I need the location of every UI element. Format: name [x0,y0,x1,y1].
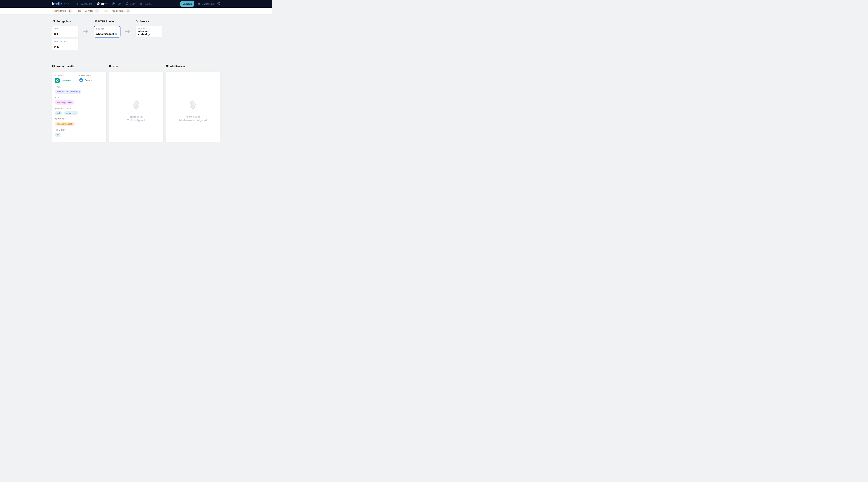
version-label: 3.3.6 [64,3,69,5]
traefik-logo[interactable]: træfik [52,2,62,6]
entrypoints-column: WEB :80 WEBSECURE :443 [52,26,79,50]
routers-count-badge: 3 [68,9,72,13]
provider-label: PROVIDER [79,74,104,77]
nav-item-tcp[interactable]: TCP [112,2,121,5]
flow-arrow [121,30,135,33]
check-circle-icon [55,78,60,83]
empty-line2: Middlewares configured [179,119,207,122]
details-section-headers: Router Details TLS Middlewares [52,65,220,68]
top-navbar: træfik 3.3.6 Dashboard HTTP TCP [0,0,272,8]
http-router-header: HTTP Router [94,20,121,23]
service-column: SERVICE whoami-xxsheddy [135,26,162,37]
nav-label: Dashboard [81,3,92,5]
name-block: NAME whoami@docker [55,97,104,104]
nav-item-dashboard[interactable]: Dashboard [76,2,92,5]
http-subnav: HTTP Routers 3 HTTP Services 4 HTTP Midd… [0,8,272,14]
main-nav: Dashboard HTTP TCP UDP [76,2,152,5]
nav-label: HTTP [101,3,107,5]
status-label: STATUS [55,74,79,77]
entrypoints-block: ENTRYPOINTS web websecure [55,108,104,115]
router-card[interactable]: ROUTER whoami@docker [94,26,121,37]
tab-http-services[interactable]: HTTP Services 4 [78,9,99,13]
service-header: Service [135,20,162,23]
disc-icon [112,2,115,5]
service-card[interactable]: SERVICE whoami-xxsheddy [135,26,162,37]
empty-layers-icon [188,100,198,111]
upgrade-button[interactable]: Upgrade [180,1,194,7]
nav-item-udp[interactable]: UDP [126,2,135,5]
tls-header: TLS [109,65,163,68]
service-label: SERVICE [55,118,104,120]
login-icon [52,20,55,23]
router-details-card: STATUS Success PROVIDER Docker [52,71,106,142]
card-value: :80 [54,32,76,35]
plugins-icon [140,2,143,5]
theme-toggle[interactable]: Dark theme [198,2,214,5]
tab-http-routers[interactable]: HTTP Routers 3 [52,9,72,13]
middlewares-header: Middlewares [166,65,220,68]
tab-http-middlewares[interactable]: HTTP Middlewares 2 [105,9,130,13]
rule-block: RULE Host(`whoami.localhost`) [55,86,104,94]
priority-block: PRIORITY 24 [55,129,104,137]
entrypoints-header: Entrypoints [52,20,79,23]
logo-text: fik [58,2,62,6]
droplet-icon [198,2,200,5]
section-title: Entrypoints [56,20,71,23]
name-chip: whoami@docker [55,100,74,104]
card-label: SERVICE [138,28,160,30]
rule-label: RULE [55,86,104,88]
tab-label: HTTP Routers [52,9,66,12]
entrypoints-label: ENTRYPOINTS [55,108,104,110]
nav-label: Plugins [144,3,152,5]
tls-empty-message: There is no TLS configured [127,115,145,122]
tls-card: There is no TLS configured [109,71,163,142]
status-block: STATUS Success [55,74,79,83]
empty-line1: There are no [179,115,207,119]
tab-label: HTTP Middlewares [105,9,124,12]
service-block: SERVICE whoami-xxsheddy [55,118,104,126]
flow-section-headers: Entrypoints HTTP Router Service [52,20,220,23]
section-title: Router Details [56,65,74,68]
provider-value: Docker [85,79,92,82]
card-label: WEBSECURE [54,41,76,42]
disc-icon [126,2,128,5]
card-value: whoami@docker [96,32,118,35]
card-label: ROUTER [96,28,118,30]
bolt-icon [135,20,138,23]
navbar-right-group: Upgrade Dark theme ? [180,1,220,7]
service-chip[interactable]: whoami-xxsheddy [55,122,75,126]
priority-chip: 24 [55,133,61,137]
nav-label: TCP [116,3,121,5]
flow-diagram: WEB :80 WEBSECURE :443 ROUTER whoami@doc… [52,26,220,50]
card-value: whoami-xxsheddy [138,30,160,36]
services-count-badge: 4 [95,9,99,13]
svg-text:?: ? [218,3,219,4]
entrypoint-card-web: WEB :80 [52,26,79,37]
rule-chip: Host(`whoami.localhost`) [55,90,82,94]
nav-item-http[interactable]: HTTP [97,2,107,5]
middlewares-count-badge: 2 [126,9,130,13]
nav-item-plugins[interactable]: Plugins [140,2,152,5]
section-title: Middlewares [170,65,186,68]
middlewares-empty-message: There are no Middlewares configured [179,115,207,122]
details-cards: STATUS Success PROVIDER Docker [52,71,220,151]
middlewares-card: There are no Middlewares configured [166,71,220,142]
entrypoint-card-websecure: WEBSECURE :443 [52,39,79,50]
empty-layers-icon [131,100,141,111]
globe-icon [97,2,100,5]
router-column: ROUTER whoami@docker [94,26,121,37]
router-detail-page: Entrypoints HTTP Router Service WEB :80 … [52,14,220,151]
entrypoint-chip-web: web [55,111,62,115]
section-title: TLS [113,65,118,68]
name-label: NAME [55,97,104,99]
status-value: Success [61,79,71,82]
theme-toggle-label: Dark theme [202,3,214,5]
help-icon: ? [217,2,220,6]
card-value: :443 [54,45,76,48]
info-icon [52,65,55,68]
section-title: HTTP Router [98,20,114,23]
globe-icon [94,20,97,23]
empty-line2: TLS configured [127,119,145,122]
help-button[interactable]: ? [217,2,220,6]
docker-icon [79,78,83,82]
